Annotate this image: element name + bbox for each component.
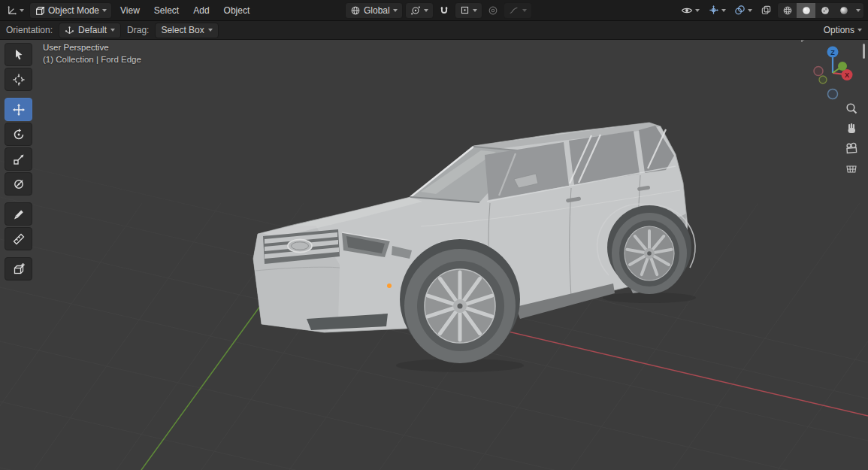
chevron-down-icon [857,29,862,32]
orientation-default-select[interactable]: Default [59,23,121,38]
shading-mode-group [777,2,864,19]
transform-icon [12,177,26,191]
axis-neg-x-ball[interactable] [814,67,823,76]
menu-select[interactable]: Select [148,3,185,18]
tool-annotate[interactable] [5,202,32,226]
shading-solid-button[interactable] [797,3,815,18]
chevron-down-icon [110,29,115,32]
drag-label: Drag: [127,25,149,35]
menu-view[interactable]: View [114,3,146,18]
snap-magnet-icon [439,5,449,16]
axis-x-label: X [845,71,849,79]
chevron-down-icon [208,29,213,32]
view-perspective-label: User Perspective [43,43,109,52]
tool-settings-right: Options [824,21,862,39]
falloff-select[interactable] [504,2,532,19]
shading-material-button[interactable] [815,3,834,18]
snap-target-icon [460,5,470,15]
rendered-shading-icon [839,5,849,16]
header-center-cluster: Global [345,0,532,20]
camera-view-icon[interactable] [845,142,858,156]
add-cube-icon [12,262,26,276]
shading-rendered-button[interactable] [834,3,853,18]
object-origin-dot [387,284,392,288]
header-bar: Object Mode View Select Add Object Globa… [0,0,868,21]
orientation-label: Orientation: [6,25,53,35]
chevron-down-icon [20,9,24,12]
measure-icon [12,232,26,246]
editor-type-button[interactable] [3,3,27,18]
header-left-cluster: Object Mode View Select Add Object [3,0,256,20]
collection-breadcrumb: (1) Collection | Ford Edge [43,55,141,64]
object-mode-icon [35,5,45,16]
chevron-down-icon [748,9,752,12]
shading-wireframe-button[interactable] [778,3,797,18]
tool-select-box[interactable] [5,43,32,66]
blender-window: { "header": { "editor": "3D Viewport", "… [0,0,868,470]
snap-target-select[interactable] [455,2,482,19]
orientation-value-label: Default [78,25,107,35]
menu-add[interactable]: Add [187,3,215,18]
shading-dropdown[interactable] [853,9,863,12]
cursor-icon [12,73,26,86]
rear-wheel-shadow [603,293,696,303]
menu-object[interactable]: Object [218,3,256,18]
show-gizmos-icon [708,5,719,16]
tool-scale[interactable] [5,147,32,171]
viewport-3d-canvas[interactable] [0,0,868,470]
tool-cursor[interactable] [5,68,32,91]
tool-rotate[interactable] [5,123,32,146]
object-visibility-dropdown[interactable] [678,3,703,18]
show-gizmos-toggle[interactable] [705,3,729,18]
ortho-toggle-icon[interactable] [845,162,858,176]
rear-wheel [612,213,687,294]
chevron-down-icon [424,9,428,12]
tool-settings-left: Orientation: Default Drag: Select Box [6,21,219,39]
editor-type-icon [6,5,17,16]
wireframe-shading-icon [782,5,793,16]
viewport-scrollbar[interactable] [863,44,865,59]
tool-add-cube[interactable] [5,257,32,280]
snap-toggle-button[interactable] [436,3,452,18]
pivot-point-icon [410,5,421,16]
front-wheel [404,249,516,363]
pivot-point-select[interactable] [405,2,434,19]
tool-move[interactable] [5,98,32,121]
select-box-icon [12,48,26,62]
show-overlays-toggle[interactable] [731,3,755,18]
axis-neg-y-ball[interactable] [819,76,827,83]
chevron-down-icon [393,9,398,12]
tool-transform[interactable] [5,172,32,196]
pan-hand-icon[interactable] [845,122,858,135]
orientation-value: Global [364,5,390,16]
drag-mode-select[interactable]: Select Box [155,23,218,38]
material-shading-icon [820,5,830,16]
proportional-edit-toggle[interactable] [485,3,501,18]
mode-select-label: Object Mode [48,5,99,16]
tool-settings-bar: Orientation: Default Drag: Select Box Op… [0,21,868,40]
xray-toggle[interactable] [758,3,775,18]
zoom-icon[interactable] [845,102,858,115]
axis-neg-z-ball[interactable] [828,89,838,99]
chevron-down-icon [102,9,107,12]
falloff-curve-icon [509,5,519,16]
chevron-down-icon [473,9,477,12]
chevron-down-icon [522,9,527,12]
chevron-down-icon [856,9,860,12]
transform-orientation-select[interactable]: Global [345,2,403,19]
mode-select[interactable]: Object Mode [29,2,112,19]
orientation-globe-icon [350,5,361,16]
show-overlays-icon [734,5,746,16]
chevron-down-icon [721,9,726,12]
proportional-edit-icon [488,5,498,16]
tool-measure[interactable] [5,227,32,250]
options-label[interactable]: Options [824,25,854,35]
axis-z-label: Z [830,49,835,56]
axes-mini-icon [65,26,74,35]
chevron-down-icon [695,9,700,12]
visibility-eye-icon [681,5,693,17]
move-icon [12,103,26,117]
axis-y-ball[interactable] [838,62,847,71]
axis-navigation-gizmo[interactable]: Z X [809,44,857,102]
scale-icon [12,153,26,166]
